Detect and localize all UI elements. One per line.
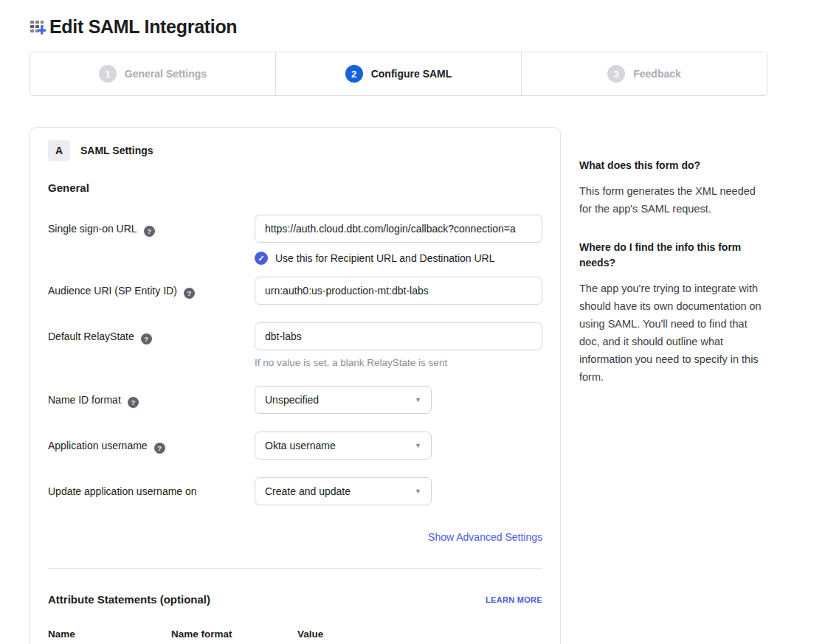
audience-uri-label: Audience URI (SP Entity ID) <box>48 285 177 297</box>
help-section: What does this form do? This form genera… <box>579 158 765 218</box>
step-2-circle: 2 <box>345 65 363 83</box>
step-3-label: Feedback <box>633 68 681 80</box>
name-id-format-label-cell: Name ID format? <box>48 386 255 414</box>
default-relaystate-input[interactable] <box>255 322 542 350</box>
wizard-steps-bar: 1 General Settings 2 Configure SAML 3 Fe… <box>30 52 767 96</box>
section-title: SAML Settings <box>80 145 153 156</box>
help-icon[interactable]: ? <box>144 226 155 237</box>
update-app-username-label: Update application username on <box>48 485 197 497</box>
section-head: A SAML Settings <box>48 140 542 161</box>
recipient-url-checkbox-row: ✓ Use this for Recipient URL and Destina… <box>255 252 542 265</box>
show-advanced-settings-link[interactable]: Show Advanced Settings <box>428 531 542 543</box>
chevron-down-icon: ▼ <box>415 443 421 449</box>
update-app-username-field-cell: Create and update ▼ <box>255 477 542 505</box>
update-app-username-value: Create and update <box>265 485 351 497</box>
application-username-label: Application username <box>48 440 148 451</box>
application-username-select[interactable]: Okta username ▼ <box>255 432 432 460</box>
column-header-name-format: Name format <box>171 629 297 640</box>
recipient-url-checkbox[interactable]: ✓ <box>255 252 268 265</box>
form-row-application-username: Application username? Okta username ▼ <box>48 432 542 460</box>
audience-uri-field-cell <box>255 277 542 305</box>
single-sign-on-label: Single sign-on URL <box>48 223 137 235</box>
tab-feedback[interactable]: 3 Feedback <box>522 52 767 95</box>
help-section: Where do I find the info this form needs… <box>579 240 765 386</box>
help-icon[interactable]: ? <box>141 333 152 344</box>
update-app-username-label-cell: Update application username on <box>48 477 255 505</box>
help-icon[interactable]: ? <box>128 397 139 408</box>
application-username-field-cell: Okta username ▼ <box>255 432 542 460</box>
tab-general-settings[interactable]: 1 General Settings <box>30 52 276 95</box>
form-row-name-id-format: Name ID format? Unspecified ▼ <box>48 386 542 414</box>
help-body-what: This form generates the XML needed for t… <box>579 182 765 218</box>
form-row-update-app-username: Update application username on Create an… <box>48 477 542 505</box>
step-3-circle: 3 <box>607 65 625 83</box>
name-id-format-select[interactable]: Unspecified ▼ <box>255 386 432 414</box>
relaystate-hint: If no value is set, a blank RelayState i… <box>255 357 542 368</box>
help-heading-what: What does this form do? <box>579 158 765 173</box>
application-username-value: Okta username <box>265 440 336 451</box>
column-header-name: Name <box>48 629 171 640</box>
default-relaystate-label: Default RelayState <box>48 330 134 342</box>
single-sign-on-label-cell: Single sign-on URL? <box>48 215 255 265</box>
general-heading: General <box>48 181 542 194</box>
audience-uri-input[interactable] <box>255 277 542 305</box>
section-badge-a: A <box>48 140 70 161</box>
name-id-format-label: Name ID format <box>48 394 121 406</box>
step-1-circle: 1 <box>99 65 117 83</box>
default-relaystate-field-cell: If no value is set, a blank RelayState i… <box>255 322 542 368</box>
chevron-down-icon: ▼ <box>415 397 421 404</box>
learn-more-link[interactable]: LEARN MORE <box>486 595 542 604</box>
page-title: Edit SAML Integration <box>49 16 237 38</box>
step-1-label: General Settings <box>125 68 207 80</box>
saml-settings-panel: A SAML Settings General Single sign-on U… <box>30 127 561 644</box>
page-header: Edit SAML Integration <box>30 16 237 38</box>
column-header-value: Value <box>297 629 323 640</box>
help-icon[interactable]: ? <box>184 288 195 299</box>
help-heading-where: Where do I find the info this form needs… <box>579 240 765 271</box>
single-sign-on-field-cell: ✓ Use this for Recipient URL and Destina… <box>255 215 542 265</box>
form-row-default-relaystate: Default RelayState? If no value is set, … <box>48 322 542 368</box>
attribute-statements-header: Attribute Statements (optional) LEARN MO… <box>48 593 542 606</box>
advanced-settings-row: Show Advanced Settings <box>48 530 542 544</box>
help-sidebar: What does this form do? This form genera… <box>579 158 765 408</box>
recipient-url-checkbox-label: Use this for Recipient URL and Destinati… <box>275 252 495 264</box>
tab-configure-saml[interactable]: 2 Configure SAML <box>276 52 522 95</box>
attribute-statements-heading: Attribute Statements (optional) <box>48 593 210 606</box>
help-icon[interactable]: ? <box>154 443 165 454</box>
single-sign-on-url-input[interactable] <box>255 215 542 243</box>
form-row-audience-uri: Audience URI (SP Entity ID)? <box>48 277 542 305</box>
app-grid-plus-icon <box>30 18 47 37</box>
attribute-statements-columns: Name Name format Value <box>48 629 542 640</box>
name-id-format-field-cell: Unspecified ▼ <box>255 386 542 414</box>
audience-uri-label-cell: Audience URI (SP Entity ID)? <box>48 277 255 305</box>
chevron-down-icon: ▼ <box>415 488 421 495</box>
section-divider <box>48 568 542 569</box>
name-id-format-value: Unspecified <box>265 394 319 406</box>
help-body-where: The app you're trying to integrate with … <box>579 280 765 386</box>
application-username-label-cell: Application username? <box>48 432 255 460</box>
form-row-single-sign-on: Single sign-on URL? ✓ Use this for Recip… <box>48 215 542 265</box>
update-app-username-select[interactable]: Create and update ▼ <box>255 477 432 505</box>
default-relaystate-label-cell: Default RelayState? <box>48 322 255 368</box>
step-2-label: Configure SAML <box>371 68 452 80</box>
